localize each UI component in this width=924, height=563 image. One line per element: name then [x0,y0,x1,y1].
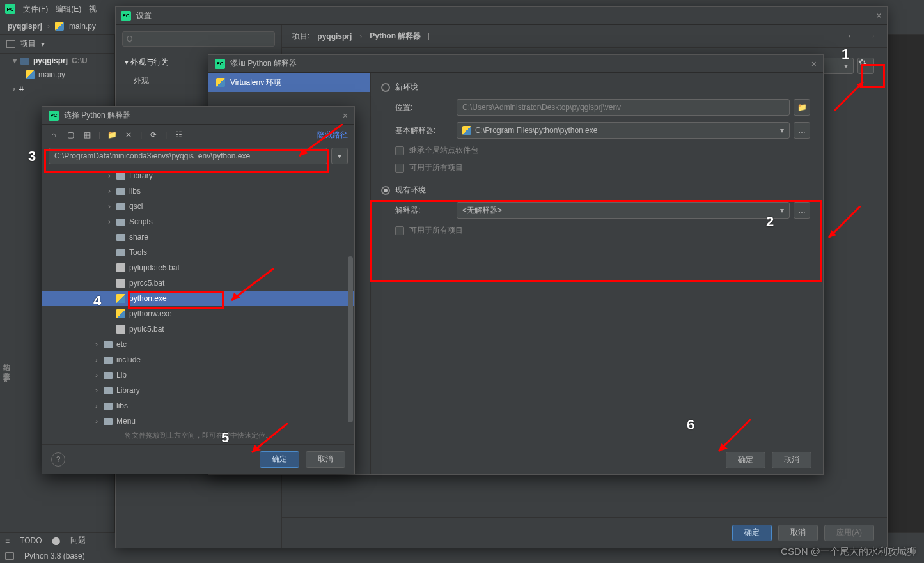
settings-footer: 确定 取消 应用(A) [282,517,887,548]
scrollbar-thumb[interactable] [348,256,353,422]
file-tree-row[interactable]: ›etc [42,337,354,352]
tree-file-main[interactable]: main.py [0,68,114,82]
file-path-input[interactable]: C:\ProgramData\miniconda3\envs\pyqgis_en… [49,148,327,164]
base-interpreter-dropdown[interactable]: C:\Program Files\python\python.exe [457,122,790,139]
file-tree-row[interactable]: ›qsci [42,199,354,214]
settings-search-input[interactable] [122,31,275,47]
file-tree-row-label: Scripts [129,217,153,226]
existing-interpreter-browse-button[interactable]: … [794,202,810,219]
file-chooser-title-text: 选择 Python 解释器 [64,110,130,121]
status-interpreter[interactable]: Python 3.8 (base) [24,551,85,560]
breadcrumb-project[interactable]: pyqgisprj [8,22,42,31]
menu-edit[interactable]: 编辑(E) [56,4,81,15]
problems-label[interactable]: 问题 [70,535,86,546]
file-tree-row[interactable]: ›Scripts [42,214,354,229]
base-interpreter-browse-button[interactable]: … [794,122,810,139]
checkbox-icon [395,164,404,173]
annotation-5: 5 [221,429,229,446]
file-tree-row[interactable]: ›Menu [42,413,354,427]
chevron-right-icon: › [93,371,100,380]
python-exe-icon [116,294,125,303]
interpreter-type-virtualenv[interactable]: Virtualenv 环境 [208,73,370,92]
inherit-label: 继承全局站点软件包 [409,145,478,156]
terminal-icon[interactable] [5,552,14,560]
add-interpreter-ok-button[interactable]: 确定 [726,452,765,468]
settings-cancel-button[interactable]: 取消 [778,525,818,541]
hide-path-link[interactable]: 隐藏路径 [317,130,348,141]
radio-icon [381,83,390,92]
file-tree-row[interactable]: ›include [42,352,354,367]
add-interpreter-footer: 确定 取消 [371,445,823,474]
file-tree-row-label: pyuic5.bat [129,325,164,334]
tree-scratches[interactable]: › ⌗ [0,82,114,96]
radio-existing-env[interactable]: 现有环境 [381,185,813,196]
file-tree-row[interactable]: ›Library [42,168,354,183]
add-interpreter-cancel-button[interactable]: 取消 [772,452,811,468]
left-gutter: 结构 收藏夹 ★ [0,358,13,544]
file-ok-button[interactable]: 确定 [260,451,299,468]
close-icon[interactable]: × [343,111,348,121]
breadcrumb-file[interactable]: main.py [69,22,96,31]
new-folder-icon[interactable]: 📁 [107,130,117,140]
file-tree-row[interactable]: python.exe [42,291,354,306]
file-tree-row[interactable]: ›Lib [42,367,354,383]
settings-apply-button[interactable]: 应用(A) [824,525,874,541]
file-tree-row[interactable]: pythonw.exe [42,306,354,321]
file-tree-row-label: Tools [129,248,147,257]
show-hidden-icon[interactable]: ☷ [173,130,184,140]
checkbox-icon [395,146,404,155]
file-tree-row[interactable]: pyrcc5.bat [42,275,354,291]
settings-ok-button[interactable]: 确定 [732,525,772,541]
gutter-star-icon[interactable]: ★ [3,376,11,384]
radio-new-env[interactable]: 新环境 [381,82,813,93]
settings-breadcrumb: 项目: pyqgisprj › Python 解释器 ← → [282,25,887,48]
file-tree-row[interactable]: ›libs [42,398,354,413]
close-icon[interactable]: × [876,10,882,22]
available-all-checkbox-row-1[interactable]: 可用于所有项目 [381,162,813,173]
available-all-checkbox-row-2[interactable]: 可用于所有项目 [395,225,813,236]
file-tree-row[interactable]: share [42,229,354,245]
settings-crumb-project-name[interactable]: pyqgisprj [317,32,352,41]
settings-title-text: 设置 [136,10,152,21]
inherit-checkbox-row[interactable]: 继承全局站点软件包 [381,145,813,156]
refresh-icon[interactable]: ⟳ [148,130,159,140]
arrow-left-icon[interactable]: ← [846,29,857,43]
delete-icon[interactable]: ✕ [123,130,134,140]
interpreter-gear-button[interactable] [857,58,874,74]
file-tree-row[interactable]: ›Library [42,383,354,398]
help-icon[interactable]: ? [51,452,65,467]
file-cancel-button[interactable]: 取消 [306,451,345,468]
problems-icon: ⬤ [52,536,60,545]
pycharm-icon: PC [215,59,225,69]
arrow-right-icon[interactable]: → [865,29,877,43]
watermark: CSDN @一个尾大的水利攻城狮 [781,546,916,558]
base-interpreter-label: 基本解释器: [395,125,453,136]
pycharm-icon: PC [121,11,131,21]
file-path-history-button[interactable]: ▾ [331,148,348,164]
file-tree-row[interactable]: Tools [42,245,354,260]
folder-icon [116,188,125,195]
settings-search[interactable] [122,31,275,47]
existing-interpreter-dropdown[interactable]: <无解释器> [457,202,790,219]
file-tree-row[interactable]: pyuic5.bat [42,321,354,337]
project-panel-header[interactable]: 项目 ▾ [0,35,114,54]
file-tree-row[interactable]: pylupdate5.bat [42,260,354,275]
settings-crumb-interpreter[interactable]: Python 解释器 [370,31,421,42]
file-tree-row[interactable]: ›libs [42,183,354,199]
close-icon[interactable]: × [811,59,817,69]
project-icon[interactable]: ▦ [82,130,92,140]
file-tree[interactable]: ›Library›libs›qsci›ScriptsshareToolspylu… [42,167,354,427]
menu-file[interactable]: 文件(F) [23,4,48,15]
location-browse-button[interactable]: 📁 [794,99,810,116]
project-root[interactable]: ▾ pyqgisprj C:\U [0,54,114,68]
home-icon[interactable]: ⌂ [49,130,59,140]
menu-view[interactable]: 视 [89,4,97,15]
radio-existing-env-label: 现有环境 [395,185,426,196]
location-input[interactable]: C:\Users\Administrator\Desktop\pyqgisprj… [457,99,790,116]
file-chooser-titlebar: PC 选择 Python 解释器 × [42,107,354,125]
chevron-right-icon: › [106,187,113,196]
desktop-icon[interactable]: ▢ [65,130,75,140]
todo-label[interactable]: TODO [20,536,42,545]
python-icon [462,126,471,135]
file-chooser-footer: ? 确定 取消 [42,444,354,474]
